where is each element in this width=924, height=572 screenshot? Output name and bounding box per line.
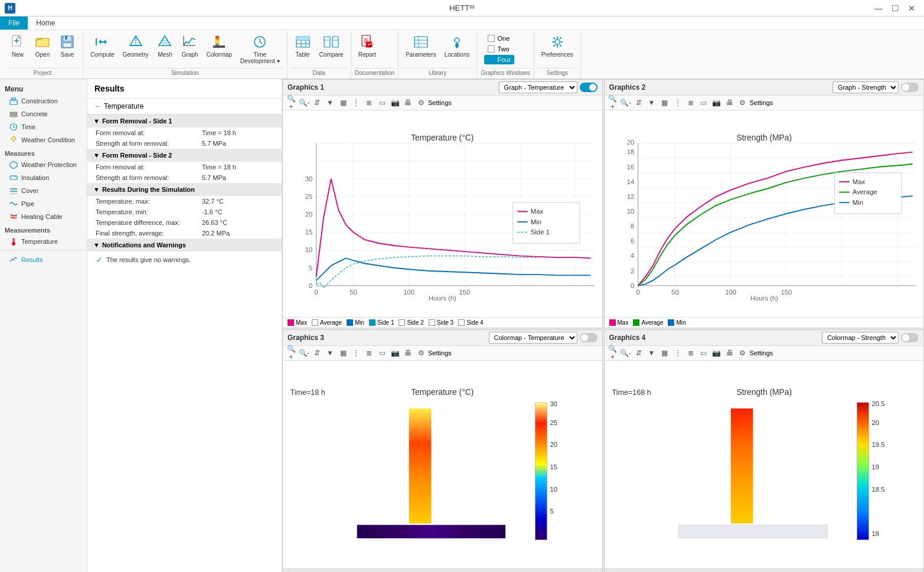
- g1-screenshot[interactable]: 📷: [389, 97, 401, 109]
- sidebar-item-cover[interactable]: Cover: [0, 184, 87, 197]
- g4-settings-btn[interactable]: ⚙: [737, 347, 749, 359]
- compute-button[interactable]: Compute: [87, 31, 118, 60]
- g3-grid[interactable]: ▦: [337, 347, 349, 359]
- g2-screenshot[interactable]: 📷: [711, 97, 723, 109]
- g1-print[interactable]: 🖶: [402, 97, 414, 109]
- g2-check-avg[interactable]: Average: [633, 319, 663, 326]
- locations-button[interactable]: Locations: [441, 31, 474, 60]
- graphics1-toggle[interactable]: [580, 83, 598, 92]
- g1-zoom-out[interactable]: 🔍-: [298, 97, 310, 109]
- graphics4-toggle[interactable]: [901, 333, 919, 342]
- notifications-section[interactable]: ▼ Notifications and Warnings: [87, 238, 282, 251]
- maximize-button[interactable]: ☐: [887, 1, 903, 16]
- g2-settings-btn[interactable]: ⚙: [737, 97, 749, 109]
- sidebar-item-results[interactable]: Results: [0, 253, 87, 266]
- g4-zoom-in[interactable]: 🔍+: [607, 347, 619, 359]
- radio-four[interactable]: Four: [484, 55, 514, 64]
- sidebar-item-temperature[interactable]: Temperature: [0, 235, 87, 248]
- g2-check-min[interactable]: Min: [668, 319, 685, 326]
- graphics4-dropdown[interactable]: Colormap - Strength: [822, 332, 899, 344]
- g1-check-side3[interactable]: Side 3: [429, 319, 453, 326]
- sidebar-item-insulation[interactable]: Insulation: [0, 171, 87, 184]
- g3-print[interactable]: 🖶: [402, 347, 414, 359]
- g2-print[interactable]: 🖶: [724, 97, 736, 109]
- sidebar-item-weathercondition[interactable]: Weather Condition: [0, 133, 87, 146]
- g2-zoom-out[interactable]: 🔍-: [620, 97, 632, 109]
- g1-check-side1[interactable]: Side 1: [369, 319, 394, 326]
- timedevelopment-button[interactable]: TimeDevelopment ▾: [237, 31, 283, 67]
- sidebar-item-time[interactable]: Time: [0, 120, 87, 133]
- simulation-section[interactable]: ▼ Results During the Simulation: [87, 183, 282, 196]
- radio-two[interactable]: Two: [484, 44, 514, 54]
- g1-grid[interactable]: ▦: [337, 97, 349, 109]
- g3-zoom-in[interactable]: 🔍+: [285, 347, 297, 359]
- mesh-button[interactable]: Mesh: [153, 31, 177, 60]
- g3-settings-btn[interactable]: ⚙: [415, 347, 427, 359]
- report-button[interactable]: Report: [355, 31, 380, 60]
- g1-check-avg[interactable]: Average: [312, 319, 342, 326]
- g3-cols[interactable]: ⋮: [350, 347, 362, 359]
- g4-zoom-all[interactable]: ⇵: [633, 347, 645, 359]
- sidebar-item-weatherprotection[interactable]: Weather Protection: [0, 158, 87, 171]
- g1-check-side2[interactable]: Side 2: [399, 319, 423, 326]
- g1-check-min[interactable]: Min: [347, 319, 364, 326]
- g2-grid[interactable]: ▦: [659, 97, 671, 109]
- g1-zoom-all[interactable]: ⇵: [311, 97, 323, 109]
- g1-dropdown-btn[interactable]: ▼: [324, 97, 336, 109]
- g2-dropdown-btn[interactable]: ▼: [646, 97, 658, 109]
- table-button[interactable]: Table: [291, 31, 315, 60]
- g3-zoom-out[interactable]: 🔍-: [298, 347, 310, 359]
- compare-button[interactable]: Compare: [316, 31, 347, 60]
- minimize-button[interactable]: —: [871, 1, 886, 16]
- g4-cols[interactable]: ⋮: [672, 347, 684, 359]
- geometry-button[interactable]: Geometry: [119, 31, 152, 60]
- colormap-button[interactable]: Colormap: [203, 31, 235, 60]
- sidebar-item-construction[interactable]: Construction: [0, 94, 87, 107]
- g2-check-max[interactable]: Max: [609, 319, 629, 326]
- close-button[interactable]: ✕: [904, 1, 919, 16]
- open-button[interactable]: Open: [31, 31, 54, 60]
- graphics2-dropdown[interactable]: Graph - Strength: [832, 81, 899, 93]
- parameters-button[interactable]: Parameters: [402, 31, 440, 60]
- g4-aspect[interactable]: ▭: [698, 347, 710, 359]
- formremoval1-section[interactable]: ▼ Form Removal - Side 1: [87, 115, 282, 128]
- g4-print[interactable]: 🖶: [724, 347, 736, 359]
- g2-zoom-all[interactable]: ⇵: [633, 97, 645, 109]
- graphics3-dropdown[interactable]: Colormap - Temperature: [489, 332, 577, 344]
- g1-rows[interactable]: ≣: [363, 97, 375, 109]
- formremoval2-section[interactable]: ▼ Form Removal - Side 2: [87, 149, 282, 162]
- g2-zoom-in[interactable]: 🔍+: [607, 97, 619, 109]
- save-button[interactable]: Save: [55, 31, 79, 60]
- tab-file[interactable]: File: [0, 17, 28, 30]
- breadcrumb-back[interactable]: ←: [94, 102, 102, 110]
- g4-zoom-out[interactable]: 🔍-: [620, 347, 632, 359]
- tab-home[interactable]: Home: [28, 17, 63, 30]
- new-button[interactable]: New: [6, 31, 30, 60]
- g4-screenshot[interactable]: 📷: [711, 347, 723, 359]
- sidebar-item-pipe[interactable]: Pipe: [0, 197, 87, 210]
- g1-check-max[interactable]: Max: [288, 319, 307, 326]
- g1-settings-btn[interactable]: ⚙: [415, 97, 427, 109]
- g1-cols[interactable]: ⋮: [350, 97, 362, 109]
- g3-dropdown-btn[interactable]: ▼: [324, 347, 336, 359]
- g4-grid[interactable]: ▦: [659, 347, 671, 359]
- graphics1-dropdown[interactable]: Graph - Temperature: [499, 81, 577, 93]
- radio-one[interactable]: One: [484, 34, 514, 43]
- g2-rows[interactable]: ≣: [685, 97, 697, 109]
- g4-dropdown-btn[interactable]: ▼: [646, 347, 658, 359]
- sidebar-item-heatingcable[interactable]: Heating Cable: [0, 210, 87, 223]
- g1-zoom-in[interactable]: 🔍+: [285, 97, 297, 109]
- g1-aspect[interactable]: ▭: [376, 97, 388, 109]
- graph-button[interactable]: Graph: [178, 31, 201, 60]
- g3-zoom-all[interactable]: ⇵: [311, 347, 323, 359]
- g2-cols[interactable]: ⋮: [672, 97, 684, 109]
- graphics2-toggle[interactable]: [901, 83, 919, 92]
- g2-aspect[interactable]: ▭: [698, 97, 710, 109]
- preferences-button[interactable]: Preferences: [538, 31, 577, 60]
- g3-screenshot[interactable]: 📷: [389, 347, 401, 359]
- g3-aspect[interactable]: ▭: [376, 347, 388, 359]
- sidebar-item-concrete[interactable]: Concrete: [0, 107, 87, 120]
- g4-rows[interactable]: ≣: [685, 347, 697, 359]
- g1-check-side4[interactable]: Side 4: [458, 319, 483, 326]
- graphics3-toggle[interactable]: [580, 333, 598, 342]
